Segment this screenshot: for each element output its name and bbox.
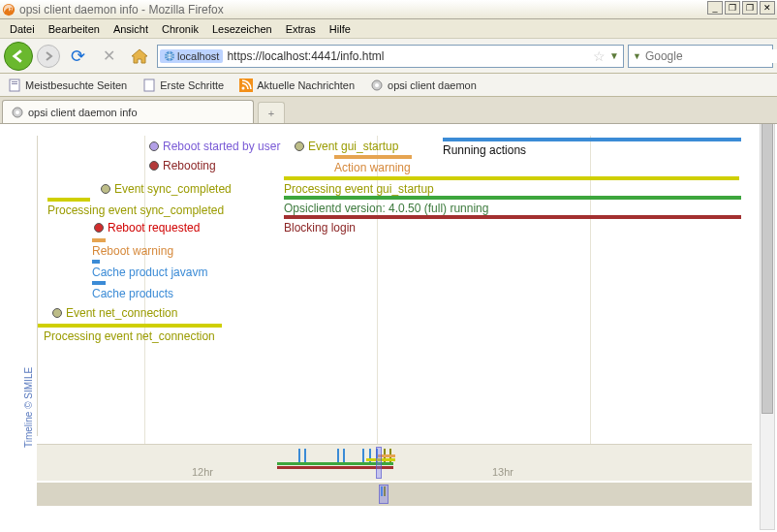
bar-cache-javavm[interactable]: Cache product javavm — [92, 260, 207, 279]
ocd-bookmark-button[interactable]: opsi client daemon — [366, 77, 481, 94]
search-engine-dropdown-icon[interactable]: ▼ — [631, 51, 643, 61]
event-rebooting[interactable]: Rebooting — [149, 159, 216, 172]
page-content: 38 39 40 Reboot started by user Rebootin… — [0, 124, 777, 532]
event-reboot-requested[interactable]: Reboot requested — [94, 221, 200, 235]
svg-rect-6 — [12, 83, 17, 84]
svg-rect-5 — [12, 81, 17, 82]
back-button[interactable] — [4, 42, 33, 71]
home-button[interactable] — [126, 43, 153, 70]
forward-button[interactable] — [37, 45, 60, 68]
overview-band-1[interactable]: 12hr 13hr — [37, 444, 752, 481]
menu-history[interactable]: Chronik — [156, 21, 204, 37]
overview-band-2[interactable] — [37, 483, 752, 506]
restore-button-2[interactable]: ❐ — [742, 1, 758, 15]
bar-proc-gui-startup[interactable]: Processing event gui_startup — [284, 176, 739, 196]
timeline-main-band[interactable]: 38 39 40 Reboot started by user Rebootin… — [37, 136, 750, 436]
bar-cache-products[interactable]: Cache products — [92, 281, 173, 300]
svg-point-13 — [16, 110, 19, 114]
simile-credit: Timeline © SIMILE — [23, 367, 34, 448]
rss-icon — [239, 78, 253, 92]
tab-ocd-info[interactable]: opsi client daemon info — [2, 100, 254, 123]
bar-proc-net-connection[interactable]: Processing event net_connection — [38, 324, 222, 343]
globe-icon — [164, 50, 175, 62]
event-reboot-started[interactable]: Reboot started by user — [149, 140, 280, 153]
bar-reboot-warning[interactable]: Reboot warning — [92, 238, 173, 258]
news-button[interactable]: Aktuelle Nachrichten — [235, 77, 358, 94]
menu-extras[interactable]: Extras — [280, 21, 322, 37]
bookmarks-toolbar: Meistbesuchte Seiten Erste Schritte Aktu… — [0, 74, 777, 97]
event-net-connection[interactable]: Event net_connection — [52, 306, 177, 320]
restore-button[interactable]: ❐ — [725, 1, 740, 15]
tabstrip: opsi client daemon info + — [0, 97, 777, 124]
svg-rect-4 — [10, 79, 19, 91]
menu-view[interactable]: Ansicht — [108, 21, 154, 37]
most-visited-button[interactable]: Meistbesuchte Seiten — [4, 77, 131, 94]
page-icon — [142, 78, 156, 92]
bar-blocking-login[interactable]: Blocking login — [284, 215, 741, 235]
new-tab-button[interactable]: + — [258, 102, 285, 123]
bar-proc-sync-completed[interactable]: Processing event sync_completed — [47, 198, 224, 217]
window-titlebar: opsi client daemon info - Mozilla Firefo… — [0, 0, 777, 19]
firefox-icon — [2, 3, 16, 16]
identity-box[interactable]: localhost — [160, 49, 223, 63]
getting-started-label: Erste Schritte — [160, 79, 224, 91]
bookmark-star-icon[interactable]: ☆ — [593, 48, 606, 64]
menubar: Datei Bearbeiten Ansicht Chronik Lesezei… — [0, 19, 777, 39]
svg-rect-7 — [144, 79, 154, 91]
search-input[interactable] — [643, 49, 777, 63]
search-box[interactable]: G ▼ 🔍 — [628, 45, 773, 68]
tab-title: opsi client daemon info — [28, 107, 138, 118]
svg-point-9 — [242, 86, 245, 89]
overview-scrubber-2[interactable] — [379, 485, 388, 504]
menu-file[interactable]: Datei — [4, 21, 41, 37]
overview-tick-13hr: 13hr — [492, 466, 513, 478]
event-sync-completed[interactable]: Event sync_completed — [101, 182, 232, 196]
url-bar[interactable]: localhost ☆ ▼ — [157, 45, 624, 68]
close-button[interactable]: ✕ — [760, 1, 775, 15]
news-label: Aktuelle Nachrichten — [257, 79, 355, 91]
url-input[interactable] — [223, 49, 591, 63]
ocd-bookmark-label: opsi client daemon — [388, 79, 477, 91]
overview-tick-12hr: 12hr — [192, 466, 213, 478]
identity-label: localhost — [177, 50, 219, 62]
gear-icon — [11, 106, 24, 119]
minimize-button[interactable]: _ — [707, 1, 723, 15]
getting-started-button[interactable]: Erste Schritte — [139, 77, 228, 94]
gear-icon — [370, 78, 384, 92]
timeline-overview-band[interactable]: 12hr 13hr — [37, 444, 752, 506]
window-title: opsi client daemon info - Mozilla Firefo… — [19, 3, 224, 16]
vertical-scrollbar[interactable] — [760, 124, 775, 530]
bar-running-actions[interactable]: Running actions — [443, 138, 741, 157]
reload-button[interactable]: ⟳ — [64, 43, 91, 70]
page-icon — [8, 78, 21, 92]
menu-edit[interactable]: Bearbeiten — [43, 21, 106, 37]
bar-version-running[interactable]: Opsiclientd version: 4.0.50 (full) runni… — [284, 196, 741, 215]
url-dropdown-icon[interactable]: ▼ — [607, 50, 621, 61]
nav-toolbar: ⟳ ✕ localhost ☆ ▼ G ▼ 🔍 — [0, 39, 777, 74]
scrollbar-thumb[interactable] — [761, 124, 773, 414]
menu-bookmarks[interactable]: Lesezeichen — [206, 21, 278, 37]
bar-action-warning[interactable]: Action warning — [334, 155, 412, 174]
most-visited-label: Meistbesuchte Seiten — [25, 79, 127, 91]
event-gui-startup[interactable]: Event gui_startup — [295, 140, 398, 153]
overview-scrubber[interactable] — [376, 447, 382, 479]
svg-point-11 — [375, 83, 379, 87]
stop-button[interactable]: ✕ — [95, 43, 122, 70]
menu-help[interactable]: Hilfe — [324, 21, 357, 37]
